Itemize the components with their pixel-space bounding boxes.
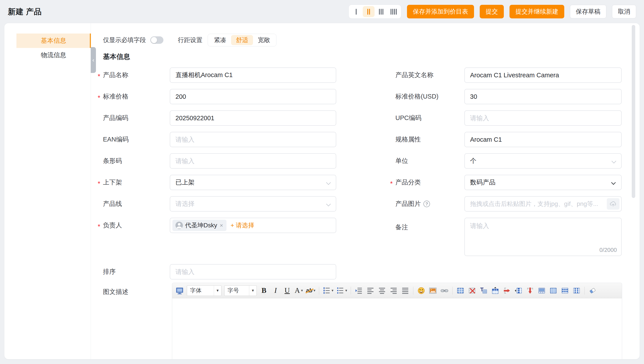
delete-column-icon[interactable] (526, 286, 534, 296)
align-right-icon[interactable] (389, 286, 398, 296)
font-color-icon[interactable]: A▾ (294, 286, 303, 296)
align-justify-icon[interactable] (401, 286, 410, 296)
font-family-select[interactable]: 字体 ▼ (187, 285, 222, 296)
product-category-select[interactable]: 数码产品 (464, 175, 622, 190)
italic-icon[interactable]: I (271, 286, 280, 296)
field-spec-attribute: 规格属性 (396, 132, 622, 147)
select-arrow-icon: ▼ (249, 286, 256, 296)
form-display-controls: 仅显示必填字段 行距设置 紧凑 舒适 宽敞 (103, 33, 276, 47)
help-icon[interactable]: ? (424, 200, 430, 207)
editor-content-area[interactable] (172, 298, 622, 359)
sort-order-input[interactable] (170, 264, 336, 280)
barcode-input[interactable] (170, 153, 336, 169)
product-english-name-input[interactable] (464, 68, 622, 83)
upc-code-input[interactable] (464, 110, 622, 126)
insert-table-icon[interactable] (456, 286, 465, 296)
save-draft-button[interactable]: 保存草稿 (570, 5, 606, 18)
submit-and-create-new-button[interactable]: 提交并继续新建 (510, 5, 564, 18)
product-image-dropzone[interactable]: 拖拽或点击后粘贴图片，支持jpg、gif、png等... (464, 196, 622, 212)
field-product-category: 产品分类 数码产品 (396, 175, 622, 190)
field-product-line: 产品线 请选择 (103, 196, 336, 212)
product-code-input[interactable] (170, 110, 336, 126)
save-and-add-to-pricelist-button[interactable]: 保存并添加到价目表 (407, 5, 474, 18)
ordered-list-icon[interactable]: ▾ (323, 286, 334, 296)
required-only-toggle[interactable] (150, 36, 164, 44)
standard-price-input[interactable] (170, 89, 336, 104)
product-line-placeholder: 请选择 (176, 200, 194, 208)
image-icon[interactable] (428, 286, 437, 296)
align-left-icon[interactable] (366, 286, 375, 296)
product-category-value: 数码产品 (470, 178, 496, 187)
owner-tag-name: 代圣坤Dsky (185, 221, 217, 230)
toolbar-separator (351, 287, 351, 294)
delete-table-icon[interactable] (468, 286, 476, 296)
standard-price-usd-input[interactable] (464, 89, 622, 104)
bullet-list-icon[interactable]: ▾ (336, 286, 347, 296)
sidebar-collapse-handle[interactable]: ‹ (91, 47, 96, 73)
unit-label: 单位 (396, 156, 464, 165)
eraser-icon[interactable] (588, 286, 597, 296)
layout-option-2col[interactable] (363, 6, 374, 17)
sort-order-label: 排序 (103, 268, 170, 276)
cancel-button[interactable]: 取消 (612, 5, 636, 18)
product-image-label: 产品图片 ? (396, 200, 464, 208)
indent-icon[interactable] (354, 286, 363, 296)
layout-option-4col[interactable] (388, 6, 400, 17)
add-owner-link[interactable]: + 请选择 (230, 221, 254, 230)
insert-row-icon[interactable] (491, 286, 500, 296)
upload-button[interactable] (607, 198, 620, 210)
rich-description-label: 图文描述 (103, 283, 170, 296)
toolbar-separator (584, 287, 585, 294)
layout-option-3col[interactable] (375, 6, 387, 17)
unit-select[interactable]: 个 (464, 153, 622, 169)
column-properties-icon[interactable] (572, 286, 581, 296)
listing-status-select[interactable]: 已上架 (170, 175, 336, 190)
insert-column-icon[interactable] (514, 286, 523, 296)
spacing-option-compact[interactable]: 紧凑 (209, 35, 231, 45)
product-name-input[interactable] (170, 68, 336, 83)
row-properties-icon[interactable] (560, 286, 569, 296)
bold-icon[interactable]: B (260, 286, 268, 296)
highlight-color-icon[interactable]: ab▾ (306, 286, 316, 296)
sidebar-item-logistics-info[interactable]: 物流信息 (16, 48, 91, 62)
field-product-english-name: 产品英文名称 (396, 68, 622, 83)
product-line-select[interactable]: 请选择 (170, 196, 336, 212)
table-header-icon[interactable] (479, 286, 488, 296)
field-product-image: 产品图片 ? 拖拽或点击后粘贴图片，支持jpg、gif、png等... (396, 196, 622, 212)
product-name-label: 产品名称 (103, 71, 170, 80)
underline-icon[interactable]: U (283, 286, 292, 296)
product-english-name-label: 产品英文名称 (396, 71, 464, 80)
owner-label: 负责人 (103, 221, 170, 230)
sidebar-item-basic-info[interactable]: 基本信息 (16, 34, 91, 48)
align-center-icon[interactable] (378, 286, 386, 296)
field-product-code: 产品编码 (103, 110, 336, 126)
fullscreen-icon[interactable] (175, 286, 184, 296)
field-rich-description: 图文描述 (103, 283, 170, 296)
remark-textarea[interactable] (465, 218, 621, 256)
chevron-down-icon (326, 202, 331, 206)
chevron-down-icon (612, 159, 616, 164)
page-title: 新建 产品 (8, 6, 42, 17)
spec-attribute-input[interactable] (464, 132, 622, 147)
spacing-option-spacious[interactable]: 宽敞 (253, 35, 275, 45)
spacing-option-comfortable[interactable]: 舒适 (231, 35, 253, 45)
field-product-name: 产品名称 (103, 68, 336, 83)
font-size-value: 字号 (224, 287, 249, 294)
field-listing-status: 上下架 已上架 (103, 175, 336, 190)
link-icon[interactable] (440, 286, 449, 296)
owner-select[interactable]: 代圣坤Dsky × + 请选择 (170, 218, 336, 233)
emoji-icon[interactable] (417, 286, 426, 296)
merge-cells-icon[interactable] (537, 286, 546, 296)
upc-code-label: UPC编码 (396, 114, 464, 122)
layout-option-1col[interactable] (350, 6, 362, 17)
section-title: 基本信息 (103, 52, 130, 61)
ean-code-input[interactable] (170, 132, 336, 147)
delete-row-icon[interactable] (502, 286, 511, 296)
cell-properties-icon[interactable] (549, 286, 558, 296)
field-owner: 负责人 代圣坤Dsky × + 请选择 (103, 218, 336, 233)
scrollbar-thumb[interactable] (632, 25, 635, 198)
submit-button[interactable]: 提交 (480, 5, 504, 18)
font-size-select[interactable]: 字号 ▼ (224, 285, 257, 296)
font-family-value: 字体 (187, 287, 214, 294)
remove-owner-icon[interactable]: × (219, 222, 224, 229)
